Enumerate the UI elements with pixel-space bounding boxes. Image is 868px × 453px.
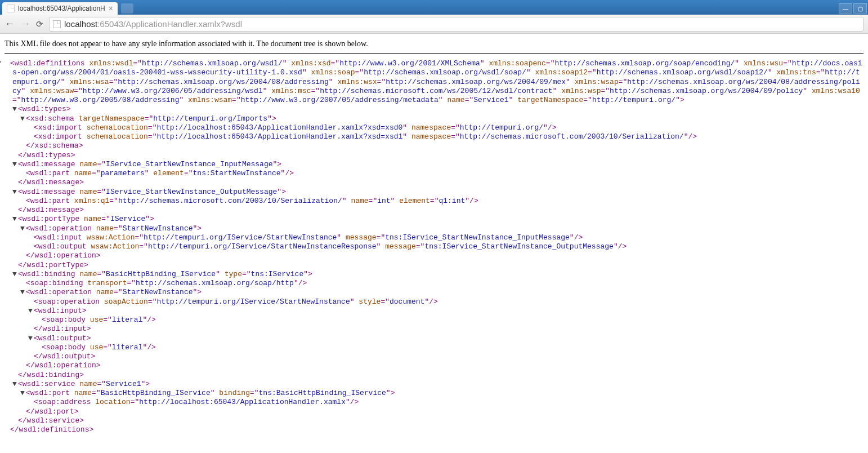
xml-node: </wsdl:binding> (5, 371, 863, 380)
new-tab-button[interactable] (121, 3, 133, 14)
browser-tab[interactable]: localhost:65043/ApplicationH × (2, 2, 118, 15)
xml-node: <wsdl:part xmlns:q1="http://schemas.micr… (5, 197, 863, 206)
page-icon (7, 5, 15, 12)
minimize-button[interactable]: — (839, 3, 852, 14)
tab-title: localhost:65043/ApplicationH (18, 5, 105, 12)
xml-node: <xsd:import schemaLocation="http://local… (5, 132, 863, 141)
xml-node: <soap:binding transport="http://schemas.… (5, 279, 863, 288)
browser-toolbar: ← → ⟳ localhost:65043/ApplicationHandler… (0, 15, 868, 34)
xml-node: ▼<wsdl:input> (5, 307, 863, 316)
xml-node: </xsd:schema> (5, 141, 863, 150)
xml-node: </wsdl:message> (5, 178, 863, 187)
xml-node: <soap:address location="http://localhost… (5, 398, 863, 407)
toggle-icon[interactable]: ▼ (5, 59, 10, 68)
xml-node: </wsdl:port> (5, 407, 863, 416)
xml-node: ▼<wsdl:service name="Service1"> (5, 380, 863, 389)
back-button[interactable]: ← (5, 18, 15, 30)
xml-node: ▼<wsdl:message name="IService_StartNewIn… (5, 160, 863, 169)
xml-node: </wsdl:message> (5, 206, 863, 215)
xml-node: <wsdl:input wsaw:Action="http://tempuri.… (5, 233, 863, 242)
xml-node: ▼<wsdl:operation name="StartNewInstance"… (5, 288, 863, 297)
xml-node: </wsdl:service> (5, 416, 863, 425)
xml-node: </wsdl:operation> (5, 361, 863, 370)
toggle-icon[interactable]: ▼ (12, 105, 18, 114)
toggle-icon[interactable]: ▼ (20, 389, 26, 398)
xml-node: <xsd:import schemaLocation="http://local… (5, 123, 863, 132)
close-icon[interactable]: × (109, 5, 113, 12)
xml-node: ▼<wsdl:operation name="StartNewInstance"… (5, 224, 863, 233)
xml-node: ▼<xsd:schema targetNamespace="http://tem… (5, 114, 863, 123)
xml-node: </wsdl:operation> (5, 251, 863, 260)
toggle-icon[interactable]: ▼ (28, 307, 34, 316)
xml-node: <soap:body use="literal"/> (5, 343, 863, 352)
toggle-icon[interactable]: ▼ (12, 270, 18, 279)
page-icon (53, 20, 61, 28)
url-text: localhost:65043/ApplicationHandler.xamlx… (64, 19, 242, 29)
xml-node: </wsdl:types> (5, 151, 863, 160)
tab-strip: localhost:65043/ApplicationH × (0, 2, 839, 15)
xml-node: </wsdl:input> (5, 325, 863, 334)
xml-node: ▼<wsdl:message name="IService_StartNewIn… (5, 188, 863, 197)
xml-node: <soap:body use="literal"/> (5, 316, 863, 325)
xml-node: ▼<wsdl:output> (5, 334, 863, 343)
maximize-button[interactable]: ▢ (853, 3, 867, 14)
url-host: localhost (64, 19, 97, 29)
toggle-icon[interactable]: ▼ (20, 224, 26, 233)
toggle-icon[interactable]: ▼ (12, 215, 18, 224)
xml-node: ▼<wsdl:port name="BasicHttpBinding_IServ… (5, 389, 863, 398)
xml-node: <wsdl:part name="parameters" element="tn… (5, 169, 863, 178)
window-controls: — ▢ (839, 3, 868, 15)
xml-node: </wsdl:definitions> (5, 425, 863, 434)
xml-tree: ▼<wsdl:definitions xmlns:wsdl="http://sc… (5, 59, 863, 434)
xml-node: </wsdl:portType> (5, 261, 863, 270)
xml-node: ▼<wsdl:types> (5, 105, 863, 114)
xml-node: </wsdl:output> (5, 352, 863, 361)
xml-info-message: This XML file does not appear to have an… (5, 39, 863, 54)
page-content: This XML file does not appear to have an… (0, 34, 868, 440)
xml-node: ▼<wsdl:portType name="IService"> (5, 215, 863, 224)
toggle-icon[interactable]: ▼ (20, 288, 26, 297)
xml-node: ▼<wsdl:binding name="BasicHttpBinding_IS… (5, 270, 863, 279)
xml-root: ▼<wsdl:definitions xmlns:wsdl="http://sc… (5, 59, 863, 105)
url-path: :65043/ApplicationHandler.xamlx?wsdl (97, 19, 242, 29)
xml-node: <wsdl:output wsaw:Action="http://tempuri… (5, 242, 863, 251)
toggle-icon[interactable]: ▼ (28, 334, 34, 343)
reload-button[interactable]: ⟳ (36, 19, 43, 29)
toggle-icon[interactable]: ▼ (12, 188, 18, 197)
forward-button[interactable]: → (20, 18, 30, 30)
toggle-icon[interactable]: ▼ (12, 160, 18, 169)
xml-node: <soap:operation soapAction="http://tempu… (5, 297, 863, 307)
toggle-icon[interactable]: ▼ (12, 380, 18, 389)
address-bar[interactable]: localhost:65043/ApplicationHandler.xamlx… (49, 17, 863, 32)
toggle-icon[interactable]: ▼ (20, 114, 26, 123)
browser-title-bar: localhost:65043/ApplicationH × — ▢ (0, 0, 868, 15)
